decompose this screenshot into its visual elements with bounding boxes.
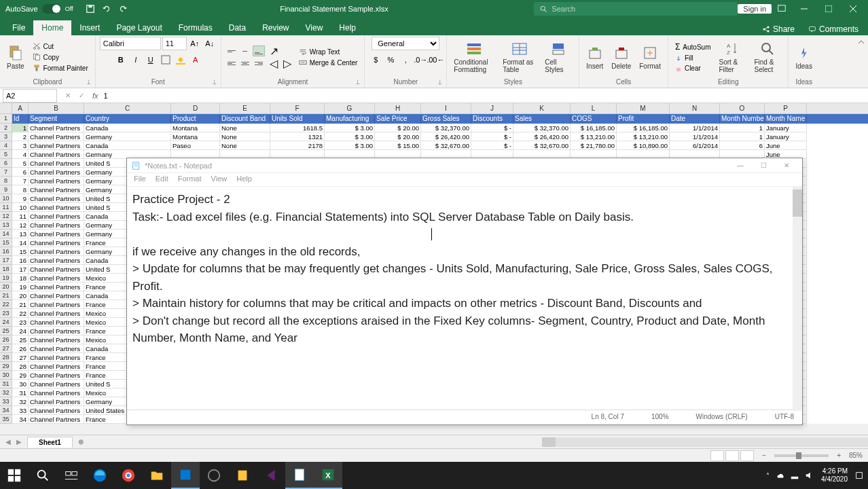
header-cell[interactable]: Country: [84, 114, 171, 124]
row-header-32[interactable]: 32: [0, 388, 12, 397]
header-cell[interactable]: Product: [171, 114, 220, 124]
font-color-button[interactable]: A: [189, 53, 202, 67]
column-header-N[interactable]: N: [670, 103, 720, 113]
row-header-5[interactable]: 5: [0, 150, 12, 159]
fill-color-button[interactable]: [174, 53, 187, 67]
excel-taskbar-button[interactable]: X: [314, 462, 342, 489]
undo-icon[interactable]: [102, 4, 111, 14]
cell[interactable]: 23: [12, 318, 29, 327]
notepad-menu-help[interactable]: Help: [232, 173, 256, 186]
cell[interactable]: January: [765, 124, 807, 132]
cell[interactable]: January: [765, 132, 807, 141]
name-box[interactable]: [3, 89, 57, 103]
cell[interactable]: Channel Partners: [29, 150, 84, 159]
row-header-18[interactable]: 18: [0, 265, 12, 274]
percent-button[interactable]: %: [384, 53, 397, 67]
cell[interactable]: 25: [12, 336, 29, 344]
header-cell[interactable]: Segment: [29, 114, 84, 124]
cell[interactable]: Canada: [84, 141, 171, 150]
cell[interactable]: Channel Partners: [29, 132, 84, 141]
notepad-close-button[interactable]: ✕: [775, 158, 798, 173]
cell[interactable]: 9: [12, 194, 29, 203]
row-header-20[interactable]: 20: [0, 283, 12, 291]
cell[interactable]: 18: [12, 274, 29, 283]
find-select-button[interactable]: Find & Select: [751, 39, 784, 75]
increase-decimal-button[interactable]: .0→: [414, 53, 427, 67]
row-header-11[interactable]: 11: [0, 203, 12, 212]
column-header-A[interactable]: A: [12, 103, 29, 113]
cell[interactable]: Channel Partners: [29, 371, 84, 380]
fx-label[interactable]: fx: [90, 92, 101, 100]
sort-filter-button[interactable]: AZSort & Filter: [716, 39, 748, 75]
tray-chevron-icon[interactable]: ˄: [766, 472, 770, 479]
minimize-button[interactable]: [792, 0, 816, 18]
cell[interactable]: Channel Partners: [29, 274, 84, 283]
cell[interactable]: Channel Partners: [29, 283, 84, 291]
underline-button[interactable]: U: [144, 53, 158, 67]
cell[interactable]: 10: [12, 203, 29, 212]
wrap-text-button[interactable]: Wrap Text: [296, 47, 361, 56]
cell[interactable]: $ 16,185.00: [571, 124, 617, 132]
cell[interactable]: $ 32,370.00: [421, 124, 471, 132]
tab-formulas[interactable]: Formulas: [170, 20, 221, 35]
cell[interactable]: Germany: [84, 132, 171, 141]
column-header-H[interactable]: H: [375, 103, 421, 113]
mode-icon[interactable]: [777, 4, 786, 14]
align-bottom-button[interactable]: [253, 46, 265, 56]
app-button-2[interactable]: [200, 462, 228, 489]
merge-center-button[interactable]: Merge & Center: [296, 58, 361, 67]
header-cell[interactable]: Discount Band: [220, 114, 270, 124]
notepad-scrollbar[interactable]: [793, 187, 802, 411]
column-header-P[interactable]: P: [765, 103, 807, 113]
cell[interactable]: Channel Partners: [29, 362, 84, 371]
column-header-E[interactable]: E: [220, 103, 270, 113]
cell[interactable]: $ 26,420.00: [421, 132, 471, 141]
decrease-indent-button[interactable]: ◁: [268, 58, 280, 69]
cell[interactable]: $ 16,185.00: [617, 124, 670, 132]
app-button-3[interactable]: [228, 462, 257, 489]
normal-view-button[interactable]: [710, 450, 724, 461]
cell[interactable]: 28: [12, 362, 29, 371]
conditional-formatting-button[interactable]: Conditional Formatting: [451, 39, 497, 75]
cell[interactable]: Channel Partners: [29, 353, 84, 362]
autosave-switch[interactable]: [42, 4, 61, 14]
cell[interactable]: Channel Partners: [29, 177, 84, 185]
row-header-16[interactable]: 16: [0, 247, 12, 256]
cell[interactable]: 12: [12, 221, 29, 230]
row-header-12[interactable]: 12: [0, 212, 12, 221]
row-header-17[interactable]: 17: [0, 256, 12, 265]
cell[interactable]: Channel Partners: [29, 397, 84, 406]
increase-font-button[interactable]: A↑: [188, 37, 202, 50]
align-left-button[interactable]: [225, 58, 238, 69]
currency-button[interactable]: $: [369, 53, 382, 67]
start-button[interactable]: [0, 462, 29, 489]
cell[interactable]: 14: [12, 238, 29, 247]
cell[interactable]: $ -: [471, 141, 513, 150]
tab-help[interactable]: Help: [331, 20, 364, 35]
page-layout-view-button[interactable]: [725, 450, 739, 461]
edge-button[interactable]: [86, 462, 114, 489]
row-header-35[interactable]: 35: [0, 415, 12, 424]
cell[interactable]: Channel Partners: [29, 159, 84, 168]
row-header-13[interactable]: 13: [0, 221, 12, 230]
cell[interactable]: 11: [12, 212, 29, 221]
cell[interactable]: 6: [720, 141, 765, 150]
row-header-34[interactable]: 34: [0, 406, 12, 415]
align-right-button[interactable]: [253, 58, 265, 69]
cell[interactable]: $ 21,780.00: [571, 141, 617, 150]
cell[interactable]: Paseo: [171, 141, 220, 150]
row-header-23[interactable]: 23: [0, 309, 12, 318]
cell[interactable]: $ 3.00: [325, 132, 375, 141]
cell[interactable]: Channel Partners: [29, 238, 84, 247]
alignment-dialog-launcher[interactable]: ⟘: [356, 79, 363, 86]
cell[interactable]: Channel Partners: [29, 256, 84, 265]
cell[interactable]: 1/1/2014: [670, 124, 720, 132]
page-break-view-button[interactable]: [740, 450, 754, 461]
header-cell[interactable]: COGS: [571, 114, 617, 124]
copy-button[interactable]: Copy: [30, 52, 91, 62]
onedrive-icon[interactable]: [775, 471, 784, 480]
paste-button[interactable]: Paste: [4, 43, 27, 71]
row-header-14[interactable]: 14: [0, 230, 12, 238]
cell[interactable]: 5: [12, 159, 29, 168]
cell[interactable]: 6/1/2014: [670, 141, 720, 150]
